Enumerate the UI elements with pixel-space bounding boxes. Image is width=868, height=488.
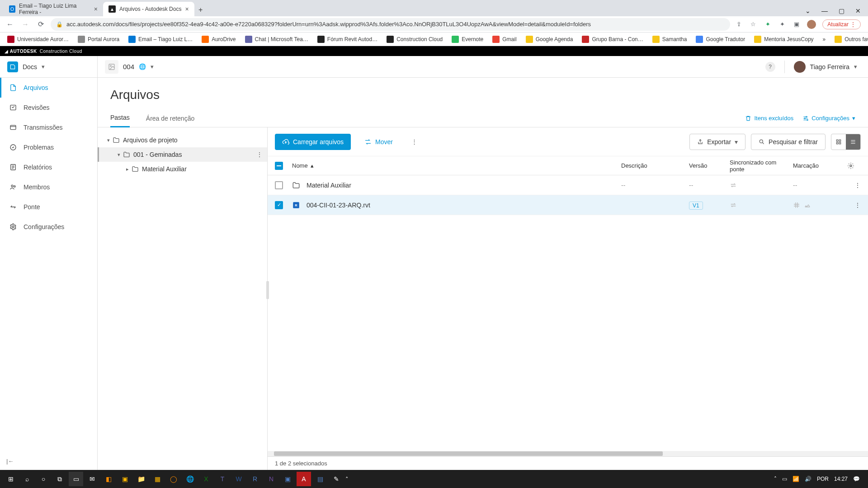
tree-folder-material[interactable]: ▸ Material Auxiliar — [98, 162, 267, 176]
help-button[interactable]: ? — [765, 62, 775, 72]
clock[interactable]: 14:27 — [834, 476, 848, 482]
language-indicator[interactable]: POR — [817, 476, 829, 482]
taskview-icon[interactable]: ⧉ — [52, 472, 67, 486]
bookmark[interactable]: Samantha — [649, 35, 691, 44]
user-menu[interactable]: Tiago Ferreira ▾ — [794, 61, 857, 73]
more-actions-button[interactable]: ⋮ — [406, 134, 423, 150]
back-button[interactable]: ← — [5, 19, 15, 30]
taskbar-app[interactable]: W — [231, 472, 246, 486]
tray-chevron-icon[interactable]: ˄ — [345, 476, 349, 483]
caret-right-icon[interactable]: ▸ — [124, 166, 131, 172]
close-icon[interactable]: × — [185, 5, 189, 13]
nav-revisoes[interactable]: Revisões — [0, 98, 97, 117]
nav-transmissoes[interactable]: Transmissões — [0, 117, 97, 137]
share-icon[interactable]: ⇪ — [735, 20, 743, 28]
close-window-icon[interactable]: ✕ — [855, 7, 861, 14]
bookmark[interactable]: Evernote — [448, 35, 487, 44]
nav-problemas[interactable]: Problemas — [0, 137, 97, 157]
taskbar-app[interactable]: ▭ — [69, 472, 83, 486]
nav-relatorios[interactable]: Relatórios — [0, 157, 97, 177]
table-row[interactable]: Material Auxiliar -- -- -- ⋮ — [268, 175, 868, 195]
new-tab-button[interactable]: + — [194, 4, 207, 16]
column-header-name[interactable]: Nome ▴ — [292, 162, 617, 169]
nav-configuracoes[interactable]: Configurações — [0, 217, 97, 237]
bookmark[interactable]: Email – Tiago Luiz L… — [125, 35, 196, 44]
star-icon[interactable]: ☆ — [749, 20, 757, 28]
bookmark[interactable]: AuroDrive — [198, 35, 239, 44]
chevron-down-icon[interactable]: ▾ — [151, 63, 154, 70]
taskbar-app[interactable]: ✉ — [85, 472, 99, 486]
bookmark[interactable]: Mentoria JesusCopy — [750, 35, 817, 44]
taskbar-app[interactable]: ✎ — [329, 472, 344, 486]
minimize-icon[interactable]: — — [821, 7, 828, 14]
select-all-checkbox[interactable] — [275, 162, 283, 170]
list-view-button[interactable] — [846, 134, 860, 150]
taskbar-app[interactable]: ◧ — [101, 472, 116, 486]
column-header-version[interactable]: Versão — [689, 162, 725, 169]
taskbar-app[interactable]: T — [215, 472, 230, 486]
chevron-down-icon[interactable]: ⌄ — [805, 7, 811, 14]
bookmark[interactable]: Google Agenda — [522, 35, 577, 44]
tree-folder-001[interactable]: ▾ 001 - Geminadas ⋮ — [98, 147, 267, 162]
upload-button[interactable]: Carregar arquivos — [275, 134, 351, 150]
collapse-sidebar-button[interactable]: |← — [0, 452, 97, 470]
nav-membros[interactable]: Membros — [0, 177, 97, 197]
horizontal-scrollbar[interactable] — [268, 451, 868, 456]
module-switcher[interactable]: Docs ▾ — [0, 56, 98, 78]
tab-retencao[interactable]: Área de retenção — [146, 109, 194, 127]
column-header-desc[interactable]: Descrição — [621, 162, 684, 169]
bookmark[interactable]: Construction Cloud — [383, 35, 446, 44]
bookmark-overflow[interactable]: » — [819, 35, 830, 43]
other-bookmarks[interactable]: Outros favoritos — [831, 35, 868, 44]
bookmark[interactable]: Portal Aurora — [74, 35, 123, 44]
nav-ponte[interactable]: Ponte — [0, 197, 97, 217]
search-button[interactable]: ⌕ — [20, 472, 34, 486]
caret-down-icon[interactable]: ▾ — [115, 152, 123, 158]
tree-root[interactable]: ▾ Arquivos de projeto — [98, 133, 267, 147]
volume-icon[interactable]: 🔊 — [805, 476, 811, 482]
forward-button[interactable]: → — [20, 19, 31, 30]
browser-tab[interactable]: O Email – Tiago Luiz Lima Ferreira - × — [4, 2, 103, 16]
nav-arquivos[interactable]: Arquivos — [0, 78, 97, 98]
bookmark[interactable]: Google Tradutor — [692, 35, 749, 44]
bookmark[interactable]: Gmail — [489, 35, 520, 44]
row-more-button[interactable]: ⋮ — [847, 182, 861, 189]
profile-avatar-icon[interactable] — [807, 20, 816, 29]
settings-link[interactable]: Configurações ▾ — [802, 115, 855, 122]
bookmark[interactable]: Grupo Barna - Con… — [578, 35, 646, 44]
bookmark[interactable]: Chat | Microsoft Tea… — [241, 35, 312, 44]
maximize-icon[interactable]: ▢ — [839, 7, 844, 14]
cortana-icon[interactable]: ○ — [36, 472, 51, 486]
row-checkbox[interactable]: ✓ — [275, 201, 283, 209]
search-filter-button[interactable]: Pesquisar e filtrar — [751, 134, 826, 150]
browser-tab[interactable]: ▲ Arquivos - Autodesk Docs × — [103, 2, 194, 16]
extension-icon[interactable]: ✦ — [764, 20, 772, 28]
wifi-icon[interactable]: 📶 — [793, 476, 799, 482]
project-image-button[interactable] — [105, 60, 118, 74]
taskbar-app[interactable]: ◯ — [166, 472, 181, 486]
deleted-items-link[interactable]: Itens excluídos — [745, 115, 793, 122]
notifications-icon[interactable]: 💬 — [853, 476, 860, 482]
battery-icon[interactable]: ▭ — [782, 476, 787, 482]
tray-chevron-icon[interactable]: ˄ — [774, 476, 777, 482]
taskbar-app[interactable]: 🌐 — [183, 472, 197, 486]
extensions-icon[interactable]: ✦ — [778, 20, 786, 28]
grid-view-button[interactable] — [831, 134, 846, 150]
start-button[interactable]: ⊞ — [4, 472, 18, 486]
update-button[interactable]: Atualizar⋮ — [822, 19, 861, 29]
more-icon[interactable]: ⋮ — [252, 151, 267, 158]
taskbar-app[interactable]: ▦ — [150, 472, 165, 486]
url-field[interactable]: 🔒 acc.autodesk.com/docs/files/projects/e… — [51, 18, 730, 31]
table-row[interactable]: ✓ R 004-CII-01-23-ARQ.rvt V1 ⋮ — [268, 195, 868, 215]
row-checkbox[interactable] — [275, 181, 283, 189]
reload-button[interactable]: ⟳ — [35, 19, 46, 30]
taskbar-app[interactable]: ▣ — [280, 472, 295, 486]
taskbar-app[interactable]: A — [297, 472, 311, 486]
column-settings-button[interactable] — [847, 162, 861, 169]
taskbar-app[interactable]: 📁 — [134, 472, 148, 486]
column-header-mark[interactable]: Marcação — [793, 162, 843, 169]
move-button[interactable]: Mover — [357, 134, 400, 150]
column-header-sync[interactable]: Sincronizado com ponte — [730, 159, 788, 173]
row-more-button[interactable]: ⋮ — [847, 202, 861, 209]
caret-down-icon[interactable]: ▾ — [105, 137, 112, 143]
